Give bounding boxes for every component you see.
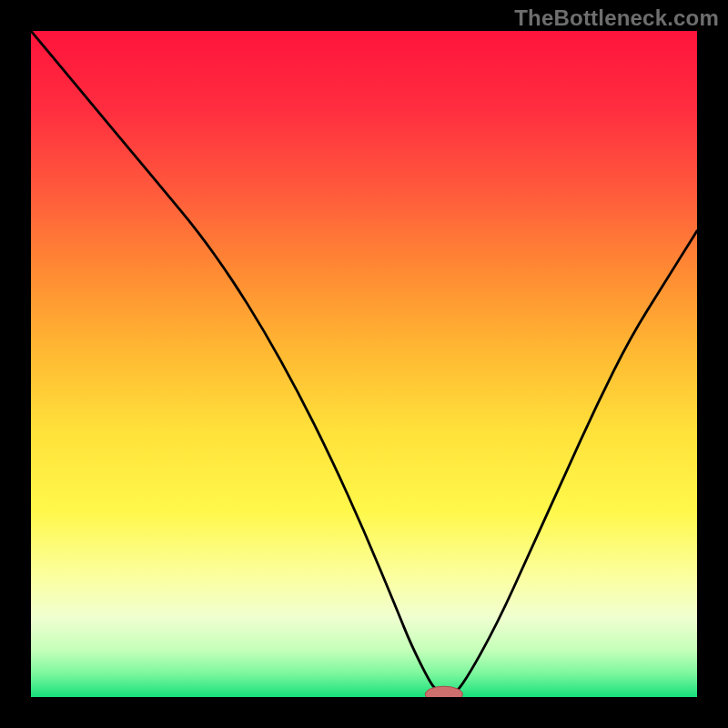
chart-frame: TheBottleneck.com bbox=[0, 0, 728, 728]
watermark-text: TheBottleneck.com bbox=[514, 5, 719, 31]
chart-plot-area bbox=[31, 31, 697, 697]
chart-svg bbox=[31, 31, 697, 697]
chart-background-gradient bbox=[31, 31, 697, 697]
